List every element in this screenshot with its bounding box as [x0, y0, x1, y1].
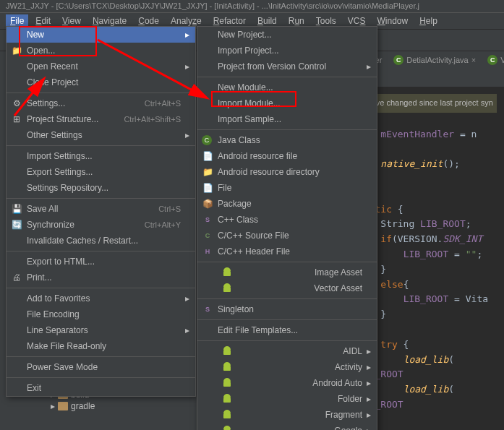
arrow-right-icon: ▸ — [185, 325, 189, 335]
arrow-right-icon: ▸ — [367, 410, 371, 420]
code-line: load_lib( LIB_ROOT — [358, 382, 497, 413]
menu-item-other-settings[interactable]: Other Settings ▸ — [7, 127, 195, 143]
code-line: else{ — [358, 278, 497, 293]
package-icon: 📦 — [202, 198, 213, 210]
menu-window[interactable]: Window — [372, 14, 412, 27]
menu-item-synchronize[interactable]: 🔄 Synchronize Ctrl+Alt+Y — [7, 217, 195, 233]
folder-icon — [58, 402, 68, 410]
menu-help[interactable]: Help — [415, 14, 442, 27]
menu-item-line-sep[interactable]: Line Separators ▸ — [7, 322, 195, 338]
new-dropdown: New Project... Import Project... Project… — [197, 26, 377, 430]
java-class-icon: C — [202, 135, 212, 145]
arrow-right-icon: ▸ — [367, 362, 371, 372]
class-icon: C — [393, 55, 403, 65]
android-icon — [222, 267, 232, 278]
file-icon: 📄 — [202, 182, 213, 194]
code-line: } — [358, 172, 497, 187]
tab-video[interactable]: C VideoView.j — [483, 53, 504, 66]
cpp-icon: S — [202, 214, 213, 225]
menu-item-encoding[interactable]: File Encoding — [7, 306, 195, 322]
title-bar: JW21_JXJY - [C:\Users\TCX\Desktop\JXJY\J… — [0, 0, 504, 13]
menu-item-import-module[interactable]: Import Module... — [197, 95, 377, 111]
android-icon — [222, 283, 232, 293]
menu-item-new-module[interactable]: New Module... — [197, 79, 377, 95]
sync-notice: s have changed since last project syn — [358, 94, 497, 113]
structure-icon: ⊞ — [11, 113, 22, 125]
menu-item-project-vc[interactable]: Project from Version Control ▸ — [197, 59, 377, 74]
menu-item-image-asset[interactable]: Image Asset — [197, 265, 377, 280]
menu-item-settings[interactable]: ⚙ Settings... Ctrl+Alt+S — [7, 95, 195, 111]
menu-item-activity[interactable]: Activity ▸ — [197, 359, 377, 375]
code-line: } — [358, 307, 497, 322]
menu-item-aidl[interactable]: AIDL ▸ — [197, 343, 377, 359]
code-line: native_init(); — [358, 157, 497, 172]
code-line: LIB_ROOT = Vita — [358, 292, 497, 307]
code-line: String LIB_ROOT; — [358, 217, 497, 232]
menu-item-java-class[interactable]: C Java Class — [197, 132, 377, 148]
menu-item-save-all[interactable]: 💾 Save All Ctrl+S — [7, 201, 195, 217]
menu-item-singleton[interactable]: S Singleton — [197, 301, 377, 317]
menu-item-google[interactable]: Google ▸ — [197, 423, 377, 430]
class-icon: C — [487, 55, 497, 65]
code-line: try { — [358, 337, 497, 353]
menu-item-close-project[interactable]: Close Project — [7, 74, 195, 90]
menu-item-project-structure[interactable]: ⊞ Project Structure... Ctrl+Alt+Shift+S — [7, 111, 195, 127]
arrow-right-icon: ▸ — [367, 394, 371, 404]
menu-item-package[interactable]: 📦 Package — [197, 196, 377, 212]
menu-item-readonly[interactable]: Make File Read-only — [7, 338, 195, 354]
folder-icon: 📁 — [11, 45, 22, 56]
menu-item-exit[interactable]: Exit — [7, 380, 195, 396]
menu-item-c-source[interactable]: C C/C++ Source File — [197, 228, 377, 244]
code-line: load_lib( LIB_ROOT — [358, 353, 497, 383]
menu-separator — [197, 129, 377, 130]
file-dropdown: New ▸ 📁 Open... Open Recent ▸ Close Proj… — [6, 26, 196, 397]
menu-item-android-res-file[interactable]: 📄 Android resource file — [197, 148, 377, 164]
menu-item-print[interactable]: 🖨 Print... — [7, 270, 195, 285]
menu-item-invalidate[interactable]: Invalidate Caches / Restart... — [7, 233, 195, 249]
menu-item-edit-templates[interactable]: Edit File Templates... — [197, 322, 377, 338]
menu-item-open[interactable]: 📁 Open... — [7, 43, 195, 59]
menu-item-export-settings[interactable]: Export Settings... — [7, 164, 195, 180]
menu-item-vector-asset[interactable]: Vector Asset — [197, 280, 377, 296]
menu-item-folder[interactable]: Folder ▸ — [197, 391, 377, 407]
menu-separator — [7, 288, 195, 288]
android-icon — [222, 362, 232, 372]
menu-item-favorites[interactable]: Add to Favorites ▸ — [7, 291, 195, 306]
menu-separator — [7, 198, 195, 199]
android-icon — [222, 346, 232, 356]
menu-item-new-project[interactable]: New Project... — [197, 27, 377, 43]
menu-item-import-settings[interactable]: Import Settings... — [7, 148, 195, 164]
menu-item-settings-repo[interactable]: Settings Repository... — [7, 180, 195, 196]
menu-separator — [197, 298, 377, 299]
arrow-right-icon: ▸ — [367, 378, 371, 388]
menu-item-power-save[interactable]: Power Save Mode — [7, 359, 195, 375]
arrow-right-icon: ▸ — [367, 346, 371, 356]
c-header-icon: H — [202, 246, 213, 257]
tree-item[interactable]: ▸ gradle — [43, 400, 158, 412]
menu-separator — [7, 251, 195, 251]
menu-item-fragment[interactable]: Fragment ▸ — [197, 407, 377, 423]
menu-item-android-auto[interactable]: Android Auto ▸ — [197, 375, 377, 391]
menu-item-new[interactable]: New ▸ — [7, 27, 195, 43]
menu-separator — [197, 262, 377, 262]
android-folder-icon: 📁 — [202, 166, 213, 178]
menu-separator — [7, 377, 195, 378]
close-icon[interactable]: × — [471, 56, 476, 64]
sync-icon: 🔄 — [11, 219, 22, 231]
menu-item-file[interactable]: 📄 File — [197, 180, 377, 196]
menu-item-cpp-class[interactable]: S C++ Class — [197, 212, 377, 228]
menu-item-import-project[interactable]: Import Project... — [197, 43, 377, 59]
menu-separator — [197, 77, 377, 77]
arrow-right-icon: ▸ — [51, 401, 55, 411]
tab-detail[interactable]: C DetialActivity.java × — [389, 53, 480, 66]
menu-separator — [197, 319, 377, 320]
arrow-right-icon: ▸ — [185, 61, 189, 72]
menu-item-c-header[interactable]: H C/C++ Header File — [197, 244, 377, 259]
android-icon — [222, 394, 232, 404]
c-source-icon: C — [202, 230, 213, 241]
menu-item-android-res-dir[interactable]: 📁 Android resource directory — [197, 164, 377, 180]
menu-item-export-html[interactable]: Export to HTML... — [7, 254, 195, 270]
menu-item-import-sample[interactable]: Import Sample... — [197, 111, 377, 127]
menu-separator — [7, 145, 195, 146]
menu-item-open-recent[interactable]: Open Recent ▸ — [7, 59, 195, 74]
